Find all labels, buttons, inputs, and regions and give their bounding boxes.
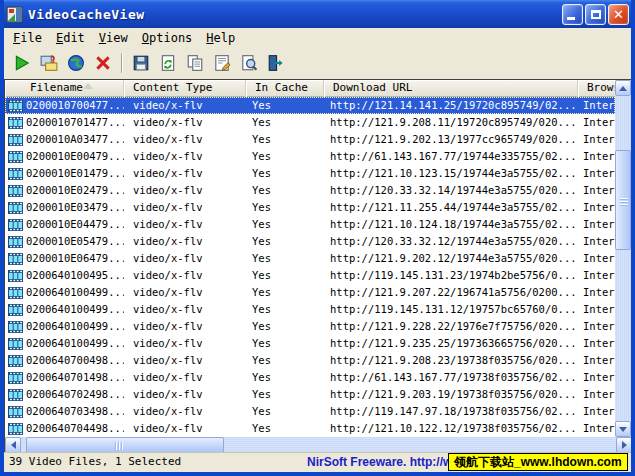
toolbar-button-refresh[interactable] xyxy=(156,51,180,75)
toolbar-button-play[interactable] xyxy=(10,51,34,75)
cell-in-cache: Yes xyxy=(246,165,324,182)
vertical-scrollbar[interactable] xyxy=(615,80,631,437)
filename-text: 0200640100499... xyxy=(26,335,124,352)
scroll-down-button[interactable] xyxy=(615,421,631,437)
nirsoft-freeware-link[interactable]: NirSoft Freeware. http://w xyxy=(307,453,452,471)
table-row[interactable]: 0200640704498...video/x-flvYeshttp://121… xyxy=(5,420,615,437)
toolbar-button-save[interactable] xyxy=(129,51,153,75)
scroll-right-button[interactable] xyxy=(616,437,632,453)
table-body: 0200010700477...video/x-flvYeshttp://121… xyxy=(5,97,615,437)
toolbar-button-delete[interactable] xyxy=(91,51,115,75)
cell-content-type: video/x-flv xyxy=(124,301,246,318)
filename-text: 0200010E04479... xyxy=(26,216,124,233)
cell-content-type: video/x-flv xyxy=(124,97,246,114)
copy-to-folder-icon xyxy=(40,54,58,72)
cell-filename: 0200010700477... xyxy=(5,97,124,114)
cell-filename: 0200010E01479... xyxy=(5,165,124,182)
filename-text: 0200640100495... xyxy=(26,267,124,284)
cell-browser: Intern xyxy=(578,131,615,148)
column-header-download-url[interactable]: Download URL xyxy=(324,80,578,97)
copy-icon xyxy=(186,54,204,72)
horizontal-scrollbar[interactable] xyxy=(5,437,632,453)
table-row[interactable]: 0200640100499...video/x-flvYeshttp://119… xyxy=(5,301,615,318)
cell-content-type: video/x-flv xyxy=(124,318,246,335)
scroll-left-button[interactable] xyxy=(5,437,21,453)
toolbar-button-exit[interactable] xyxy=(264,51,288,75)
table-row[interactable]: 0200640100499...video/x-flvYeshttp://121… xyxy=(5,318,615,335)
table-row[interactable]: 0200640701498...video/x-flvYeshttp://61.… xyxy=(5,369,615,386)
table-row[interactable]: 0200010E03479...video/x-flvYeshttp://121… xyxy=(5,199,615,216)
vertical-scroll-thumb[interactable] xyxy=(615,150,631,250)
cell-download-url: http://120.33.32.12/19744e3a5755/020... xyxy=(324,233,578,250)
horizontal-scroll-thumb[interactable] xyxy=(26,437,224,453)
cell-filename: 0200640100499... xyxy=(5,301,124,318)
table-row[interactable]: 0200010E05479...video/x-flvYeshttp://120… xyxy=(5,233,615,250)
table-row[interactable]: 0200640703498...video/x-flvYeshttp://119… xyxy=(5,403,615,420)
cell-in-cache: Yes xyxy=(246,267,324,284)
table-row[interactable]: 0200640100499...video/x-flvYeshttp://121… xyxy=(5,335,615,352)
menu-item-help[interactable]: Help xyxy=(199,30,242,46)
arrow-down-icon xyxy=(619,427,627,436)
minimize-button[interactable] xyxy=(562,4,583,25)
table-row[interactable]: 0200640702498...video/x-flvYeshttp://121… xyxy=(5,386,615,403)
toolbar-button-properties[interactable] xyxy=(210,51,234,75)
filename-text: 0200010E06479... xyxy=(26,250,124,267)
cell-content-type: video/x-flv xyxy=(124,233,246,250)
table-row[interactable]: 0200010701477...video/x-flvYeshttp://121… xyxy=(5,114,615,131)
menu-item-file[interactable]: File xyxy=(6,30,49,46)
table-row[interactable]: 0200640100495...video/x-flvYeshttp://119… xyxy=(5,267,615,284)
table-row[interactable]: 0200010700477...video/x-flvYeshttp://121… xyxy=(5,97,615,114)
filename-text: 0200010A03477... xyxy=(26,131,124,148)
cell-filename: 0200010E02479... xyxy=(5,182,124,199)
watermark-badge[interactable]: 领航下载站_www.lhdown.com xyxy=(448,453,628,471)
cell-download-url: http://119.145.131.23/1974b2be5756/0... xyxy=(324,267,578,284)
table-row[interactable]: 0200640100499...video/x-flvYeshttp://121… xyxy=(5,284,615,301)
cell-content-type: video/x-flv xyxy=(124,199,246,216)
table-row[interactable]: 0200640700498...video/x-flvYeshttp://121… xyxy=(5,352,615,369)
table-row[interactable]: 0200010E01479...video/x-flvYeshttp://121… xyxy=(5,165,615,182)
cell-in-cache: Yes xyxy=(246,318,324,335)
close-button[interactable]: ✕ xyxy=(608,4,629,25)
filename-text: 0200640700498... xyxy=(26,352,124,369)
cell-content-type: video/x-flv xyxy=(124,420,246,437)
cell-content-type: video/x-flv xyxy=(124,250,246,267)
menu-item-view[interactable]: View xyxy=(92,30,135,46)
toolbar-button-copy[interactable] xyxy=(183,51,207,75)
cell-in-cache: Yes xyxy=(246,352,324,369)
cell-in-cache: Yes xyxy=(246,114,324,131)
table-row[interactable]: 0200010A03477...video/x-flvYeshttp://121… xyxy=(5,131,615,148)
video-file-icon xyxy=(8,406,23,418)
toolbar-button-open-in-browser[interactable] xyxy=(64,51,88,75)
column-header-in-cache[interactable]: In Cache xyxy=(246,80,324,97)
filename-text: 0200010E02479... xyxy=(26,182,124,199)
column-header-content-type[interactable]: Content Type xyxy=(124,80,246,97)
cell-content-type: video/x-flv xyxy=(124,403,246,420)
toolbar-button-find[interactable] xyxy=(237,51,261,75)
table-row[interactable]: 0200010E04479...video/x-flvYeshttp://121… xyxy=(5,216,615,233)
table-row[interactable]: 0200010E06479...video/x-flvYeshttp://121… xyxy=(5,250,615,267)
cell-browser: Intern xyxy=(578,335,615,352)
video-file-icon xyxy=(8,168,23,180)
filename-text: 0200010E00479... xyxy=(26,148,124,165)
filename-text: 0200640701498... xyxy=(26,369,124,386)
menu-item-edit[interactable]: Edit xyxy=(49,30,92,46)
video-list: FilenameContent TypeIn CacheDownload URL… xyxy=(4,79,631,452)
cell-in-cache: Yes xyxy=(246,199,324,216)
cell-filename: 0200640702498... xyxy=(5,386,124,403)
find-icon xyxy=(240,54,258,72)
filename-text: 0200010701477... xyxy=(26,114,124,131)
table-row[interactable]: 0200010E02479...video/x-flvYeshttp://120… xyxy=(5,182,615,199)
toolbar-button-copy-to-folder[interactable] xyxy=(37,51,61,75)
menu-bar: FileEditViewOptionsHelp xyxy=(4,28,631,47)
column-header-filename[interactable]: Filename xyxy=(5,80,124,97)
cell-browser: Intern xyxy=(578,318,615,335)
cell-in-cache: Yes xyxy=(246,250,324,267)
cell-filename: 0200640703498... xyxy=(5,403,124,420)
menu-item-options[interactable]: Options xyxy=(135,30,200,46)
title-bar[interactable]: VideoCacheView ✕ xyxy=(0,0,635,28)
scroll-up-button[interactable] xyxy=(615,80,631,96)
cell-browser: Intern xyxy=(578,233,615,250)
table-row[interactable]: 0200010E00479...video/x-flvYeshttp://61.… xyxy=(5,148,615,165)
column-header-browse[interactable]: Browse xyxy=(578,80,615,97)
maximize-button[interactable] xyxy=(585,4,606,25)
